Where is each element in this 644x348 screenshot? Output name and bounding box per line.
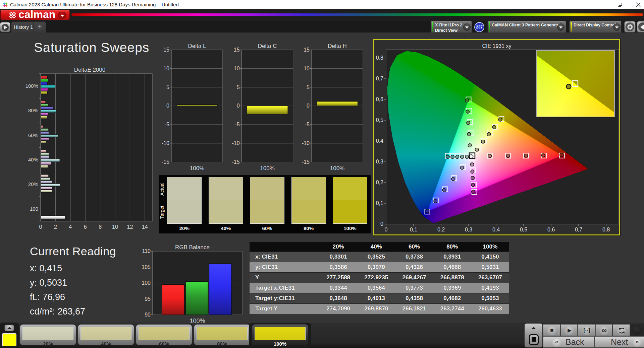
display-status-accent [571, 22, 572, 32]
cie-measured-blue-0 [460, 166, 464, 169]
cie-measured-yellow-3 [492, 125, 496, 129]
pattern-button-60%[interactable]: 60% [136, 324, 192, 345]
minimize-button[interactable] [594, 0, 610, 9]
chart-text: 6 [84, 224, 87, 230]
cie-measured-green-1 [467, 132, 471, 136]
chart-text: Delta C [258, 43, 277, 49]
pattern-button-40%[interactable]: 40% [78, 324, 134, 345]
deltae-bar-20%-red [41, 175, 49, 177]
chart-text: 100% [330, 165, 344, 171]
collapse-toolbar-button[interactable] [637, 21, 644, 32]
cie-measured-green-0 [468, 144, 471, 147]
chart-text: 10 [234, 66, 240, 71]
cell-value: 0,4668 [433, 264, 471, 271]
icon-shape [465, 26, 469, 28]
cie-measured-yellow-2 [487, 133, 490, 136]
expand-pattern-window-button[interactable] [529, 325, 539, 331]
play-icon: ▶ [561, 325, 578, 336]
next-button[interactable]: Next » [594, 336, 644, 348]
cell-value: 0,3301 [319, 254, 357, 260]
deltae-bar-white [41, 216, 65, 219]
chart-group [3, 2, 7, 7]
panel [34, 22, 34, 33]
delta-bar-delta-c [247, 106, 288, 114]
current-reading-block: Current Reading x: 0,415y: 0,5031fL: 76,… [30, 245, 116, 321]
window-title: Calman 2023 Calman Ultimate for Business… [10, 2, 179, 7]
chevron-down-icon [557, 23, 565, 31]
deltae-bar-20%-cyan [41, 184, 60, 186]
chart-text: 5 [166, 84, 169, 90]
cell-value: 0,3970 [357, 264, 395, 271]
interval-read-button[interactable]: [··] [578, 324, 595, 336]
chart-text: 4 [69, 224, 72, 230]
pattern-button-100%[interactable]: 100% [252, 324, 308, 345]
rgb-bar-red [162, 284, 184, 315]
chart-text: 0 [166, 103, 169, 109]
actual-row-label: Actual [159, 180, 167, 199]
deltae-bar-20%-blue [41, 181, 52, 183]
back-button[interactable]: « Back [543, 336, 594, 348]
table-header-row: 20%40%60%80%100% [250, 242, 509, 252]
chart-point [629, 26, 631, 28]
column-header: 40% [357, 243, 395, 250]
pattern-window-icon[interactable] [529, 334, 539, 345]
cie-measured-red-2 [524, 154, 528, 157]
chart-rect [632, 26, 633, 27]
cie-measured-magenta-4 [472, 190, 475, 193]
calman-logo-icon [8, 11, 17, 20]
deltae-bar-60%-green [41, 128, 49, 131]
chart-text: 12 [127, 224, 133, 230]
back-label: Back [566, 337, 584, 347]
cell-value: 263,2744 [433, 305, 471, 312]
deltae-bar-100%-blue [41, 82, 48, 85]
chart-text: 0,7 [575, 227, 582, 232]
cell-value: 0,3344 [319, 285, 357, 291]
tab-history-1[interactable]: History 1 + [11, 21, 46, 32]
bottom-bar: 20%40%60%80%100% ■ ▶ [··] ∞ « Back Next [0, 323, 644, 348]
chart-text: 90 [145, 312, 151, 318]
cie-measured-yellow-1 [481, 140, 485, 143]
column-header: 60% [395, 243, 433, 250]
chart-group [627, 24, 633, 30]
cell-value: 269,4267 [395, 274, 433, 281]
pattern-button-80%[interactable]: 80% [194, 324, 250, 345]
cell-value: 272,9235 [357, 274, 395, 281]
meter-dropdown[interactable]: X-Rite i1Pro 2 Direct View [431, 21, 472, 33]
next-label: Next [611, 337, 628, 347]
reading-value: y: 0,5031 [30, 278, 116, 292]
deltae-bar-80%-blue [41, 107, 54, 110]
play-button[interactable]: ▶ [560, 324, 578, 336]
restore-button[interactable] [612, 0, 628, 9]
column-header: 20% [319, 243, 357, 250]
patch-swatch-20% [167, 177, 202, 224]
calman-menu-button[interactable]: calman [0, 10, 70, 20]
chart-text: 0,5 [376, 117, 383, 123]
pattern-button-20%[interactable]: 20% [20, 324, 76, 345]
deltae-bar-60%-blue [41, 131, 49, 134]
chart-text: 15 [234, 47, 240, 53]
row-label: Target Y [250, 305, 319, 312]
refresh-button[interactable] [613, 324, 630, 336]
expand-patterns-button[interactable] [4, 325, 14, 331]
close-button[interactable] [631, 0, 644, 9]
settings-button[interactable] [624, 21, 636, 32]
logo-dropdown-button[interactable] [58, 12, 66, 19]
cie-measured-magenta-0 [470, 163, 474, 166]
deltae-bar-60%-magenta [41, 138, 50, 140]
tab-scroll-button[interactable] [0, 22, 10, 32]
display-dropdown[interactable]: Direct Display Control [569, 21, 622, 33]
stop-button[interactable]: ■ [543, 324, 560, 336]
disabled-transport-button [630, 324, 644, 336]
app-header: calman [0, 9, 644, 21]
inset-measured-point [566, 84, 571, 89]
chart-rect [12, 12, 15, 15]
meter-count-badge[interactable]: 237 [474, 22, 484, 32]
source-dropdown[interactable]: CalMAN Client 3 Pattern Generator [487, 21, 566, 33]
delta-bar-delta-h [317, 101, 358, 106]
arrow-left-icon [640, 25, 644, 29]
row-label: Y [250, 274, 319, 281]
deltae-bar-40%-green [41, 153, 49, 156]
add-tab-button[interactable]: + [35, 22, 44, 31]
tab-bar: History 1 + X-Rite i1Pro 2 Direct View 2… [0, 21, 644, 32]
continuous-read-button[interactable]: ∞ [595, 324, 612, 336]
